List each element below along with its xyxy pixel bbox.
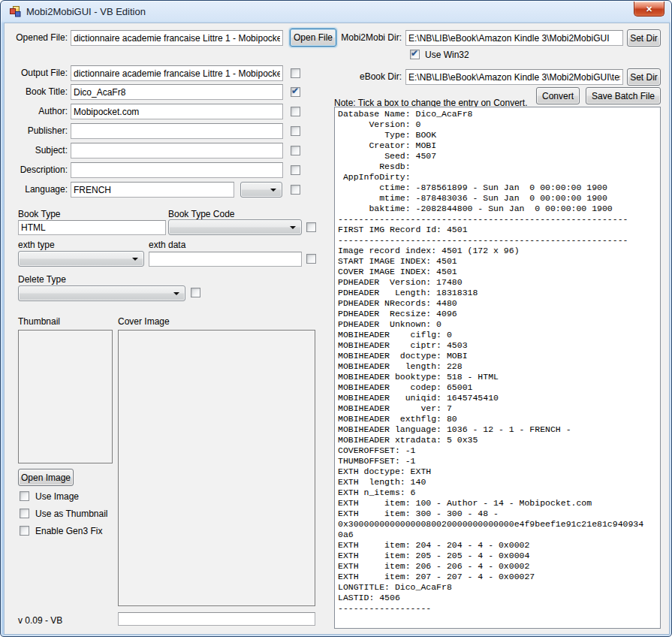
status-input[interactable] <box>118 612 315 626</box>
exth-data-input[interactable] <box>149 252 302 267</box>
use-as-thumbnail-checkbox[interactable] <box>20 509 29 518</box>
book-type-code-combobox[interactable] <box>168 219 302 235</box>
use-win32-checkbox[interactable] <box>410 50 420 59</box>
publisher-label: Publisher: <box>15 125 68 136</box>
thumbnail-preview <box>18 330 113 463</box>
book-title-input[interactable] <box>71 84 283 100</box>
ebook-dir-label: eBook Dir: <box>333 71 402 82</box>
use-image-label: Use Image <box>35 491 79 502</box>
book-type-code-checkbox[interactable] <box>306 222 316 232</box>
open-image-button[interactable]: Open Image <box>18 469 74 486</box>
enable-gen3-fix-checkbox[interactable] <box>20 526 29 536</box>
output-file-label: Output File: <box>15 68 68 78</box>
chevron-down-icon <box>173 292 179 295</box>
author-input[interactable] <box>71 104 283 119</box>
opened-file-input[interactable] <box>71 30 283 46</box>
description-label: Description: <box>15 165 68 175</box>
publisher-input[interactable] <box>71 123 283 139</box>
title-bar[interactable]: Mobi2MobiGUI - VB Edition ✕ <box>1 1 671 23</box>
chevron-down-icon <box>132 258 138 261</box>
set-mobi2mobi-dir-button[interactable]: Set Dir <box>627 29 661 47</box>
exth-type-combobox[interactable] <box>18 251 144 267</box>
exth-type-label: exth type <box>18 240 55 250</box>
author-checkbox[interactable] <box>291 107 300 116</box>
delete-type-label: Delete Type <box>18 274 66 285</box>
description-input[interactable] <box>71 162 283 178</box>
book-type-code-label: Book Type Code <box>168 209 235 219</box>
save-batch-file-button[interactable]: Save Batch File <box>586 87 661 104</box>
log-text: Database Name: Dico_AcaFr8 Version: 0 Ty… <box>338 109 660 614</box>
version-label: v 0.09 - VB <box>18 615 62 626</box>
exth-data-checkbox[interactable] <box>306 254 316 264</box>
language-checkbox[interactable] <box>291 185 300 195</box>
book-title-label: Book Title: <box>15 86 68 97</box>
mobi2mobi-dir-input[interactable] <box>405 30 623 46</box>
subject-input[interactable] <box>71 143 283 158</box>
cover-image-label: Cover Image <box>118 316 170 327</box>
exth-data-label: exth data <box>149 240 185 250</box>
language-input[interactable] <box>71 182 234 198</box>
app-window: Mobi2MobiGUI - VB Edition ✕ Opened File:… <box>0 0 672 637</box>
use-win32-label: Use Win32 <box>425 50 469 60</box>
book-type-input[interactable] <box>18 220 166 235</box>
mobi2mobi-dir-label: Mobi2Mobi Dir: <box>333 32 402 43</box>
output-file-checkbox[interactable] <box>291 68 300 78</box>
thumbnail-label: Thumbnail <box>18 316 60 327</box>
output-file-input[interactable] <box>71 65 283 81</box>
book-title-checkbox[interactable] <box>291 87 300 97</box>
use-image-checkbox[interactable] <box>20 491 29 501</box>
close-icon: ✕ <box>646 5 652 14</box>
set-ebook-dir-button[interactable]: Set Dir <box>627 68 661 86</box>
close-button[interactable]: ✕ <box>634 2 664 17</box>
chevron-down-icon <box>290 226 296 229</box>
description-checkbox[interactable] <box>291 165 300 175</box>
use-as-thumbnail-label: Use as Thumbnail <box>35 509 108 519</box>
publisher-checkbox[interactable] <box>291 126 300 136</box>
language-label: Language: <box>15 184 68 195</box>
open-file-button[interactable]: Open File <box>290 29 336 47</box>
window-title: Mobi2MobiGUI - VB Edition <box>26 6 146 17</box>
language-combobox[interactable] <box>240 182 282 198</box>
author-label: Author: <box>15 106 68 116</box>
enable-gen3-fix-label: Enable Gen3 Fix <box>35 526 102 536</box>
log-output[interactable]: Database Name: Dico_AcaFr8 Version: 0 Ty… <box>334 107 661 629</box>
delete-type-combobox[interactable] <box>18 285 185 301</box>
opened-file-label: Opened File: <box>15 32 68 43</box>
subject-checkbox[interactable] <box>291 146 300 155</box>
subject-label: Subject: <box>15 145 68 155</box>
delete-type-checkbox[interactable] <box>191 288 200 297</box>
cover-image-preview <box>118 330 315 606</box>
convert-button[interactable]: Convert <box>536 87 580 104</box>
client-area: Opened File: Open File Output File: Book… <box>4 23 670 635</box>
book-type-label: Book Type <box>18 209 60 219</box>
chevron-down-icon <box>270 189 276 192</box>
app-icon <box>9 5 21 17</box>
ebook-dir-input[interactable] <box>405 69 623 85</box>
